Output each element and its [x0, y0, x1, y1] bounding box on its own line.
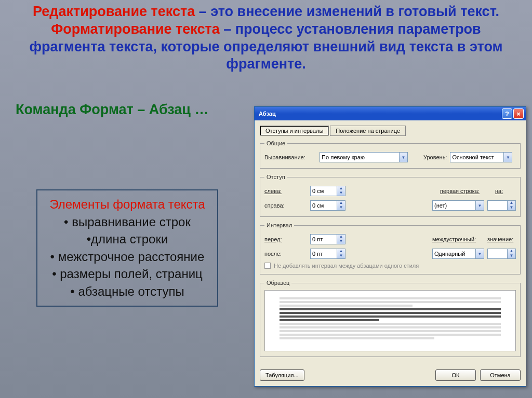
group-spacing: Интервал перед: 0 пт ▲▼ междустрочный: з… — [260, 222, 521, 275]
dialog-tabs: Отступы и интервалы Положение на страниц… — [260, 126, 521, 136]
group-indent: Отступ слева: 0 см ▲▼ первая строка: на:… — [260, 174, 521, 217]
tabulation-button[interactable]: Табуляция... — [260, 369, 304, 381]
checkbox-label: Не добавлять интервал между абзацами одн… — [274, 263, 419, 269]
indent-left-label: слева: — [264, 188, 307, 194]
indent-right-label: справа: — [264, 202, 307, 209]
spacing-value-spinner[interactable]: ▲▼ — [487, 249, 516, 259]
alignment-select[interactable]: По левому краю ▼ — [320, 152, 408, 162]
dialog-button-bar: Табуляция... ОК Отмена — [255, 366, 526, 386]
list-item: • абзацные отступы — [42, 283, 213, 300]
checkbox-icon — [264, 263, 271, 269]
list-item: • выравнивание строк — [42, 213, 213, 231]
headline-term2: Форматирование текста — [51, 21, 219, 37]
preview-area — [264, 290, 516, 351]
list-item: • размеры полей, страниц — [42, 265, 213, 283]
headline-def1: – это внесение изменений в готовый текст… — [195, 4, 499, 19]
group-spacing-legend: Интервал — [264, 222, 294, 228]
close-button[interactable]: × — [513, 108, 524, 119]
tab-indents-spacing[interactable]: Отступы и интервалы — [260, 126, 329, 136]
indent-by-label: на: — [495, 188, 516, 194]
line-spacing-label: междустрочный: — [432, 236, 484, 242]
level-label: Уровень: — [423, 154, 447, 160]
indent-left-value: 0 см — [312, 188, 337, 194]
space-after-spinner[interactable]: 0 пт ▲▼ — [310, 249, 345, 259]
alignment-label: Выравнивание: — [264, 154, 316, 160]
first-line-select[interactable]: (нет) ▼ — [432, 200, 484, 211]
chevron-down-icon: ▼ — [475, 201, 484, 210]
chevron-down-icon: ▼ — [503, 153, 512, 162]
group-preview-legend: Образец — [264, 280, 291, 286]
spinner-arrows-icon: ▲▼ — [337, 186, 345, 196]
format-elements-list: • выравнивание строк •длина строки • меж… — [42, 213, 213, 300]
headline-term1: Редактирование текста — [33, 4, 195, 19]
first-line-value: (нет) — [434, 202, 447, 209]
spinner-arrows-icon: ▲▼ — [337, 249, 345, 258]
dialog-title: Абзац — [259, 111, 276, 117]
space-before-value: 0 пт — [312, 236, 337, 242]
chevron-down-icon: ▼ — [475, 249, 484, 258]
group-general: Общие Выравнивание: По левому краю ▼ Уро… — [260, 140, 521, 169]
spinner-arrows-icon: ▲▼ — [337, 235, 345, 244]
ok-button[interactable]: ОК — [435, 369, 476, 381]
paragraph-dialog: Абзац ? × Отступы и интервалы Положение … — [254, 106, 526, 387]
tab-page-position[interactable]: Положение на странице — [330, 126, 406, 136]
dialog-titlebar[interactable]: Абзац ? × — [255, 107, 526, 120]
slide-headline: Редактирование текста – это внесение изм… — [0, 0, 532, 73]
format-elements-title: Элементы формата текста — [42, 196, 213, 213]
indent-right-spinner[interactable]: 0 см ▲▼ — [310, 200, 345, 211]
no-space-same-style-checkbox[interactable]: Не добавлять интервал между абзацами одн… — [264, 263, 516, 269]
group-general-legend: Общие — [264, 140, 287, 146]
spinner-arrows-icon: ▲▼ — [507, 201, 515, 210]
list-item: •длина строки — [42, 230, 213, 248]
level-select[interactable]: Основной текст ▼ — [450, 152, 512, 162]
space-before-label: перед: — [264, 236, 307, 242]
spinner-arrows-icon: ▲▼ — [337, 201, 345, 210]
line-spacing-value: Одинарный — [434, 251, 465, 257]
indent-by-spinner[interactable]: ▲▼ — [487, 200, 516, 211]
line-spacing-select[interactable]: Одинарный ▼ — [432, 249, 484, 259]
space-after-value: 0 пт — [312, 251, 337, 257]
alignment-value: По левому краю — [322, 154, 365, 160]
space-after-label: после: — [264, 251, 307, 257]
space-before-spinner[interactable]: 0 пт ▲▼ — [310, 234, 345, 244]
spacing-value-label: значение: — [487, 236, 516, 242]
level-value: Основной текст — [452, 154, 494, 160]
format-elements-box: Элементы формата текста • выравнивание с… — [36, 189, 218, 307]
spinner-arrows-icon: ▲▼ — [507, 249, 515, 258]
group-indent-legend: Отступ — [264, 174, 287, 180]
first-line-label: первая строка: — [440, 188, 492, 194]
indent-right-value: 0 см — [312, 202, 337, 209]
indent-left-spinner[interactable]: 0 см ▲▼ — [310, 186, 345, 196]
group-preview: Образец — [260, 280, 521, 357]
cancel-button[interactable]: Отмена — [480, 369, 521, 381]
list-item: • межстрочное расстояние — [42, 248, 213, 266]
chevron-down-icon: ▼ — [399, 153, 407, 162]
help-button[interactable]: ? — [502, 108, 512, 119]
